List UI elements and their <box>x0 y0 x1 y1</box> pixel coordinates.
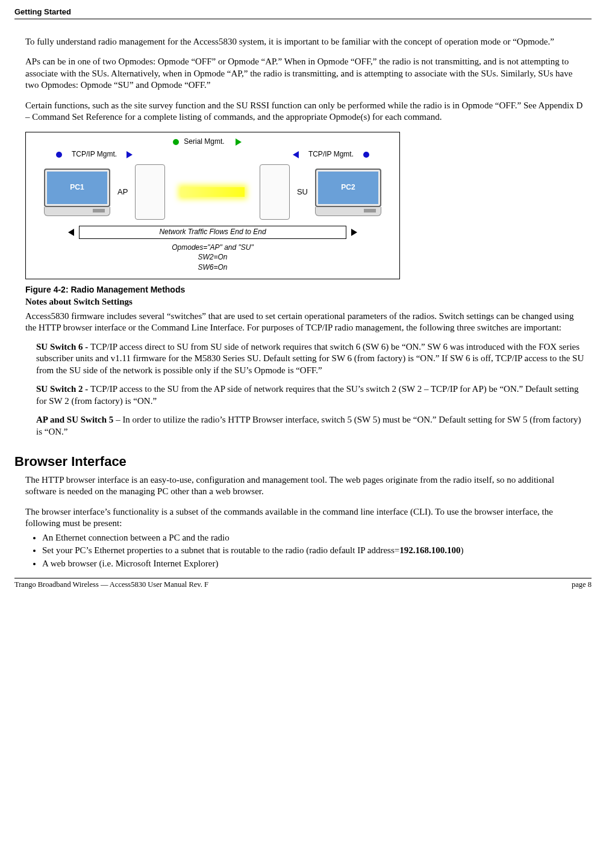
figure-caption: Figure 4-2: Radio Management Methods <box>25 284 586 295</box>
bullet-subnet-ip: 192.168.100.100 <box>399 545 460 555</box>
fig-ap-node: AP <box>117 187 128 197</box>
fig-su-device <box>260 164 290 220</box>
bullet-subnet-c: ) <box>460 545 463 555</box>
fig-sw6-text: SW6=On <box>32 262 393 273</box>
switch5-text: – In order to utilize the radio’s HTTP B… <box>36 415 581 436</box>
footer-right: page 8 <box>572 580 592 589</box>
paragraph-opmode-intro: To fully understand radio management for… <box>25 36 586 48</box>
running-header: Getting Started <box>14 7 592 19</box>
fig-ap-label: AP <box>117 187 128 197</box>
switch2-name: SU Switch 2 - <box>36 384 90 394</box>
fig-label-tcp-right: TCP/IP Mgmt. <box>293 150 369 160</box>
fig-netflow-label: Network Traffic Flows End to End <box>79 226 346 239</box>
fig-pc2: PC2 <box>315 169 381 216</box>
bullet-webbrowser: A web browser (i.e. Microsoft Internet E… <box>42 558 586 570</box>
figure-radio-mgmt: Serial Mgmt. TCP/IP Mgmt. TCP/IP Mgmt. P… <box>25 132 400 279</box>
fig-ap-device <box>135 164 165 220</box>
browser-p1: The HTTP browser interface is an easy-to… <box>25 474 586 498</box>
switch5-block: AP and SU Switch 5 – In order to utilize… <box>36 414 586 438</box>
browser-requirements-list: An Ethernet connection between a PC and … <box>42 532 586 570</box>
fig-su-label: SU <box>297 187 308 197</box>
fig-pc2-label: PC2 <box>315 169 381 207</box>
bullet-subnet: Set your PC’s Ethernet properties to a s… <box>42 545 586 557</box>
arrow-right-icon <box>351 229 357 236</box>
footer-left: Trango Broadband Wireless — Access5830 U… <box>14 580 208 589</box>
bullet-ethernet: An Ethernet connection between a PC and … <box>42 532 586 544</box>
fig-label-tcp-left: TCP/IP Mgmt. <box>56 150 133 160</box>
browser-interface-heading: Browser Interface <box>14 453 586 471</box>
notes-heading: Notes about Switch Settings <box>25 296 586 308</box>
notes-intro: Access5830 firmware includes several “sw… <box>25 311 586 334</box>
browser-p2: The browser interface’s functionality is… <box>25 506 586 530</box>
switch2-block: SU Switch 2 - TCP/IP access to the SU fr… <box>36 383 586 407</box>
paragraph-ap-opmodes: APs can be in one of two Opmodes: Opmode… <box>25 56 586 91</box>
switch5-name: AP and SU Switch 5 <box>36 415 113 424</box>
fig-sw2-text: SW2=On <box>32 252 393 262</box>
switch6-block: SU Switch 6 - TCP/IP access direct to SU… <box>36 341 586 377</box>
fig-su-node: SU <box>297 187 308 197</box>
bullet-subnet-a: Set your PC’s Ethernet properties to a s… <box>42 545 399 555</box>
fig-wireless-link <box>172 180 252 204</box>
body: To fully understand radio management for… <box>25 36 586 569</box>
page-footer: Trango Broadband Wireless — Access5830 U… <box>14 578 592 589</box>
fig-pc1: PC1 <box>44 169 110 216</box>
arrow-left-icon <box>68 229 74 236</box>
switch2-text: TCP/IP access to the SU from the AP side… <box>36 384 579 406</box>
fig-pc1-label: PC1 <box>44 169 110 207</box>
fig-label-serial: Serial Mgmt. <box>184 137 241 147</box>
switch6-text: TCP/IP access direct to SU from SU side … <box>36 342 584 375</box>
fig-opmodes-text: Opmodes="AP" and "SU" <box>32 243 393 253</box>
paragraph-opmode-functions: Certain functions, such as the site surv… <box>25 100 586 123</box>
switch6-name: SU Switch 6 - <box>36 342 90 352</box>
